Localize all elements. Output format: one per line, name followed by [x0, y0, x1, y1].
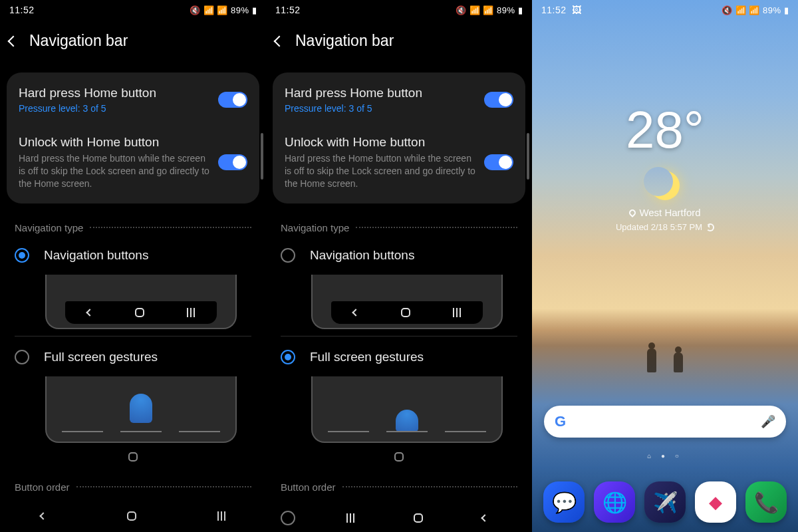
nav-buttons-radio[interactable]	[15, 248, 29, 263]
gesture-home-pill	[266, 448, 532, 463]
signal-icon: 📶	[217, 5, 228, 15]
settings-card: Hard press Home button Pressure level: 3…	[7, 72, 259, 203]
sys-back-button[interactable]	[39, 512, 47, 519]
nav-buttons-option[interactable]: Navigation buttons	[0, 241, 266, 272]
gestures-preview	[45, 376, 237, 443]
nav-type-label: Navigation type	[15, 222, 83, 233]
gestures-preview	[311, 376, 503, 443]
weather-updated[interactable]: Updated 2/18 5:57 PM	[532, 222, 798, 232]
back-icon[interactable]	[8, 35, 19, 47]
nav-type-label: Navigation type	[281, 222, 349, 233]
battery-icon: ▮	[784, 5, 789, 15]
app-dock: 💬 🌐 ✈️ ◆ 📞	[532, 481, 798, 523]
button-order-radio[interactable]	[281, 511, 295, 525]
weather-widget[interactable]: 28° West Hartford Updated 2/18 5:57 PM	[532, 100, 798, 232]
status-time: 11:52	[9, 5, 35, 15]
nav-type-section: Navigation type	[0, 203, 266, 241]
mute-icon: 🔇	[722, 5, 733, 15]
nav-type-section: Navigation type	[266, 203, 532, 241]
mini-home-icon	[414, 513, 423, 523]
button-order-option[interactable]	[266, 501, 532, 531]
wallpaper-silhouettes	[532, 319, 798, 372]
nav-buttons-radio[interactable]	[281, 248, 295, 263]
scrollbar[interactable]	[527, 133, 529, 180]
sys-recent-button[interactable]	[217, 511, 225, 521]
mute-icon: 🔇	[456, 5, 467, 15]
phone-app-icon[interactable]: 📞	[745, 481, 787, 523]
scrollbar[interactable]	[261, 133, 263, 180]
nav-buttons-option[interactable]: Navigation buttons	[266, 241, 532, 272]
mute-icon: 🔇	[190, 5, 201, 15]
unlock-sub: Hard press the Home button while the scr…	[285, 152, 476, 190]
gestures-option[interactable]: Full screen gestures	[266, 343, 532, 374]
google-logo-icon: G	[555, 413, 566, 430]
signal-icon: 📶	[749, 5, 760, 15]
status-bar: 11:52 🔇 📶 📶 89% ▮	[266, 0, 532, 20]
hard-press-row[interactable]: Hard press Home button Pressure level: 3…	[7, 75, 259, 124]
title-bar: Navigation bar	[266, 20, 532, 72]
back-icon[interactable]	[274, 35, 285, 47]
gesture-lines	[62, 431, 221, 432]
mic-icon[interactable]: 🎤	[761, 414, 775, 429]
unlock-title: Unlock with Home button	[19, 135, 210, 150]
gesture-thumb-icon	[396, 410, 418, 432]
status-time: 11:52	[275, 5, 301, 15]
wifi-icon: 📶	[469, 5, 481, 15]
gesture-home-pill	[0, 448, 266, 463]
pin-icon	[628, 207, 637, 217]
google-search-bar[interactable]: G 🎤	[544, 406, 786, 438]
unlock-toggle[interactable]	[218, 154, 247, 170]
unlock-row[interactable]: Unlock with Home button Hard press the H…	[273, 124, 525, 201]
browser-app-icon[interactable]: 🌐	[594, 481, 635, 523]
nav-strip	[65, 301, 216, 324]
messages-app-icon[interactable]: 💬	[543, 481, 585, 523]
settings-screen-gestures: 11:52 🔇 📶 📶 89% ▮ Navigation bar Hard pr…	[266, 0, 532, 532]
location-text: West Hartford	[639, 207, 700, 218]
pill-icon	[394, 452, 404, 462]
nav-buttons-label: Navigation buttons	[310, 248, 414, 263]
mini-recent-icon	[187, 308, 195, 317]
hard-press-sub: Pressure level: 3 of 5	[19, 103, 210, 114]
gestures-radio[interactable]	[15, 350, 29, 364]
battery-percent: 89%	[231, 5, 249, 15]
button-order-preview	[317, 505, 517, 531]
wifi-icon: 📶	[735, 5, 747, 15]
mini-back-icon	[86, 309, 93, 316]
battery-icon: ▮	[518, 5, 523, 15]
system-nav-bar	[0, 500, 266, 532]
button-order-label: Button order	[15, 481, 70, 493]
refresh-icon[interactable]	[706, 223, 714, 231]
hard-press-row[interactable]: Hard press Home button Pressure level: 3…	[273, 75, 525, 124]
gesture-lines	[328, 431, 487, 432]
unlock-toggle[interactable]	[484, 154, 513, 170]
gallery-app-icon[interactable]: ◆	[695, 481, 736, 523]
status-icons: 🔇 📶 📶 89% ▮	[190, 5, 257, 15]
mini-home-icon	[401, 308, 410, 317]
moon-icon	[650, 171, 680, 200]
gestures-option[interactable]: Full screen gestures	[0, 343, 266, 374]
hard-press-toggle[interactable]	[218, 92, 247, 108]
wifi-icon: 📶	[203, 5, 215, 15]
button-order-section: Button order	[0, 463, 266, 501]
send-app-icon[interactable]: ✈️	[644, 481, 686, 523]
settings-card: Hard press Home button Pressure level: 3…	[273, 72, 525, 203]
updated-text: Updated 2/18 5:57 PM	[616, 222, 702, 232]
nav-buttons-preview	[45, 275, 237, 329]
mini-recent-icon	[346, 513, 354, 523]
page-indicator[interactable]: ⌂ ● ○	[532, 452, 798, 460]
page-title: Navigation bar	[29, 32, 128, 50]
page-title: Navigation bar	[295, 32, 394, 50]
status-time: 11:52	[541, 5, 567, 15]
hard-press-title: Hard press Home button	[285, 86, 476, 100]
status-left: 11:52 🖼	[541, 5, 582, 15]
person-icon	[647, 348, 656, 372]
gestures-radio[interactable]	[281, 350, 295, 364]
home-screen[interactable]: 11:52 🖼 🔇 📶 📶 89% ▮ 28° West Hartford Up…	[532, 0, 798, 532]
sys-home-button[interactable]	[127, 511, 136, 521]
gestures-label: Full screen gestures	[44, 350, 158, 364]
status-bar: 11:52 🔇 📶 📶 89% ▮	[0, 0, 266, 20]
signal-icon: 📶	[483, 5, 494, 15]
status-icons: 🔇 📶 📶 89% ▮	[456, 5, 523, 15]
hard-press-toggle[interactable]	[484, 92, 513, 108]
unlock-row[interactable]: Unlock with Home button Hard press the H…	[7, 124, 259, 201]
